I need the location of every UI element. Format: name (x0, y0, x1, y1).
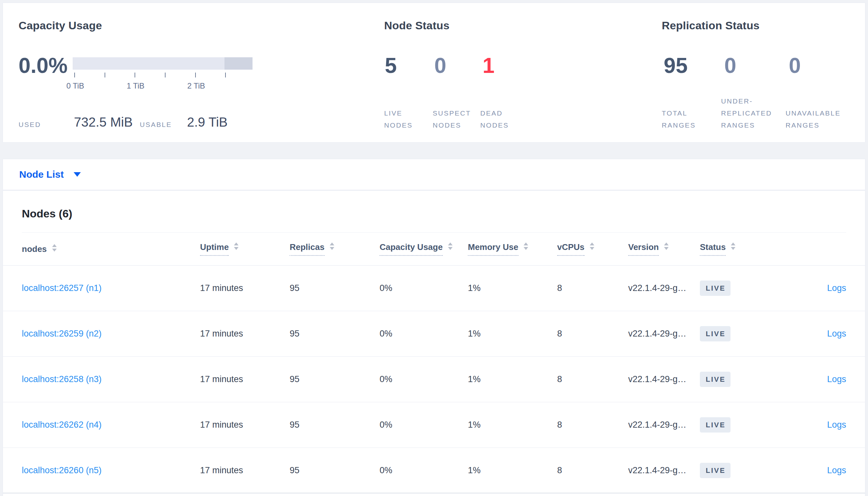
memory-use-cell: 1% (468, 283, 557, 293)
table-row: localhost:26257 (n1) 17 minutes 95 0% 1%… (3, 266, 865, 311)
capacity-usage-cell: 0% (379, 420, 468, 430)
replicas-cell: 95 (290, 283, 379, 293)
nodes-table-body: localhost:26257 (n1) 17 minutes 95 0% 1%… (3, 266, 865, 493)
cluster-summary-card: Capacity Usage 0.0% 0 TiB 1 TiB 2 TiB US… (3, 3, 865, 142)
chevron-down-icon (74, 172, 81, 177)
node-status-title: Node Status (384, 19, 450, 32)
unavailable-ranges-label: UNAVAILABLE RANGES (785, 107, 841, 131)
capacity-bar-reserved-segment (224, 57, 253, 69)
column-header-replicas[interactable]: Replicas (290, 242, 379, 256)
column-header-label: Version (628, 242, 659, 256)
axis-tick (105, 73, 105, 77)
logs-cell: Logs (778, 465, 846, 476)
usable-value: 2.9 TiB (187, 115, 228, 129)
node-link[interactable]: localhost:26260 (n5) (22, 465, 102, 475)
logs-link[interactable]: Logs (827, 329, 846, 339)
node-link[interactable]: localhost:26262 (n4) (22, 420, 102, 430)
column-header-label: vCPUs (557, 242, 585, 256)
capacity-usage-title: Capacity Usage (18, 19, 102, 32)
sort-arrows-icon[interactable] (590, 243, 594, 250)
sort-ascending-icon (234, 243, 239, 245)
node-link[interactable]: localhost:26257 (n1) (22, 283, 102, 293)
sort-descending-icon (524, 247, 528, 250)
logs-link[interactable]: Logs (827, 283, 846, 293)
node-link[interactable]: localhost:26258 (n3) (22, 374, 102, 384)
node-link[interactable]: localhost:26259 (n2) (22, 329, 102, 339)
version-cell: v22.1.4-29-g… (628, 374, 700, 384)
dead-nodes-count: 1 (482, 52, 495, 78)
column-header-status[interactable]: Status (700, 242, 778, 256)
table-row: localhost:26259 (n2) 17 minutes 95 0% 1%… (3, 311, 865, 357)
column-header-capacity-usage[interactable]: Capacity Usage (379, 242, 468, 256)
memory-use-cell: 1% (468, 329, 557, 339)
unavailable-ranges-count: 0 (789, 52, 801, 78)
status-badge: LIVE (700, 463, 731, 478)
column-header-nodes[interactable]: nodes (22, 244, 200, 254)
sort-arrows-icon[interactable] (731, 243, 735, 250)
sort-arrows-icon[interactable] (448, 243, 452, 250)
version-cell: v22.1.4-29-g… (628, 329, 700, 339)
node-cell: localhost:26257 (n1) (22, 283, 200, 293)
sort-descending-icon (664, 247, 669, 250)
nodes-table-card: Nodes (6) nodesUptimeReplicasCapacity Us… (3, 190, 865, 496)
sort-ascending-icon (524, 243, 528, 245)
memory-use-cell: 1% (468, 465, 557, 476)
node-cell: localhost:26258 (n3) (22, 374, 200, 384)
logs-cell: Logs (778, 329, 846, 339)
sort-arrows-icon[interactable] (664, 243, 669, 250)
memory-use-cell: 1% (468, 374, 557, 384)
replicas-cell: 95 (290, 329, 379, 339)
node-cell: localhost:26259 (n2) (22, 329, 200, 339)
axis-tick-label: 2 TiB (188, 81, 205, 91)
column-header-uptime[interactable]: Uptime (200, 242, 290, 256)
sort-descending-icon (52, 249, 57, 252)
nodes-table-title: Nodes (6) (22, 206, 846, 221)
suspect-nodes-count: 0 (434, 52, 446, 78)
version-cell: v22.1.4-29-g… (628, 420, 700, 430)
sort-arrows-icon[interactable] (330, 243, 334, 250)
axis-tick (195, 73, 196, 77)
node-cell: localhost:26260 (n5) (22, 465, 200, 476)
replicas-cell: 95 (290, 465, 379, 476)
status-cell: LIVE (700, 281, 778, 296)
vcpus-cell: 8 (557, 465, 628, 476)
sort-ascending-icon (52, 244, 57, 247)
logs-link[interactable]: Logs (827, 465, 846, 475)
column-header-label: Memory Use (468, 242, 519, 256)
axis-tick-label: 0 TiB (66, 81, 85, 91)
sort-arrows-icon[interactable] (234, 243, 239, 250)
sort-ascending-icon (664, 243, 669, 245)
under-replicated-ranges-count: 0 (724, 52, 736, 78)
axis-tick (165, 73, 165, 77)
node-list-dropdown[interactable]: Node List (19, 169, 81, 180)
sort-arrows-icon[interactable] (524, 243, 528, 250)
column-header-label: Status (700, 242, 725, 256)
vcpus-cell: 8 (557, 374, 628, 384)
table-row: localhost:26258 (n3) 17 minutes 95 0% 1%… (3, 357, 865, 402)
column-header-vcpus[interactable]: vCPUs (557, 242, 628, 256)
axis-tick (74, 73, 75, 77)
sort-descending-icon (448, 247, 452, 250)
axis-tick (225, 73, 226, 77)
capacity-usage-cell: 0% (379, 465, 468, 476)
uptime-cell: 17 minutes (200, 420, 290, 430)
column-header-version[interactable]: Version (628, 242, 700, 256)
sort-arrows-icon[interactable] (52, 244, 57, 252)
dead-nodes-label: DEAD NODES (480, 107, 509, 131)
total-ranges-count: 95 (664, 52, 688, 78)
column-header-memory-use[interactable]: Memory Use (468, 242, 557, 256)
used-value: 732.5 MiB (74, 115, 133, 129)
logs-link[interactable]: Logs (827, 420, 846, 430)
sort-descending-icon (590, 247, 594, 250)
status-badge: LIVE (700, 417, 731, 433)
version-cell: v22.1.4-29-g… (628, 465, 700, 476)
vcpus-cell: 8 (557, 420, 628, 430)
capacity-used-percent: 0.0% (18, 52, 68, 78)
table-row: localhost:26260 (n5) 17 minutes 95 0% 1%… (3, 448, 865, 493)
status-badge: LIVE (700, 281, 731, 296)
logs-link[interactable]: Logs (827, 374, 846, 384)
status-cell: LIVE (700, 326, 778, 341)
logs-cell: Logs (778, 374, 846, 384)
replicas-cell: 95 (290, 374, 379, 384)
used-label: USED (18, 121, 41, 128)
